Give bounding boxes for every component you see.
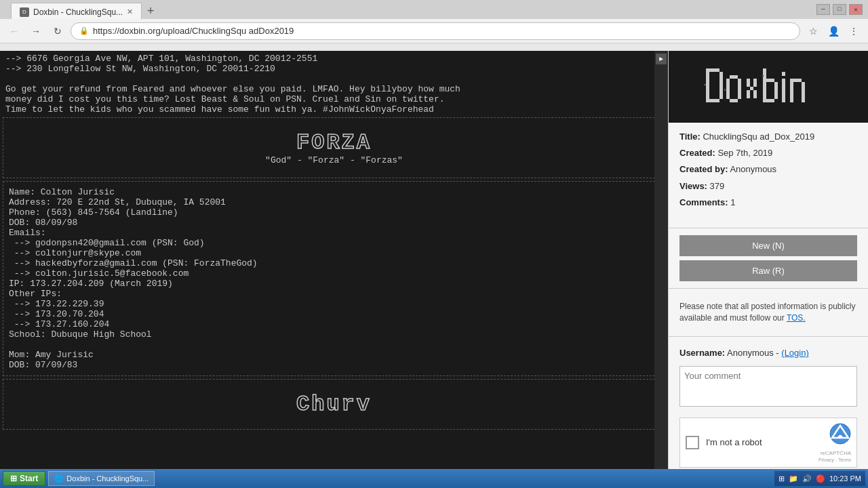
svg-rect-2 [709,68,719,72]
mom-block: Mom: Amy Jurisic DOB: 07/09/83 [9,350,659,370]
tab-bar: D Doxbin - ChucklingSqu... ✕ + [5,0,814,20]
taskbar-browser-icon: 🌐 [54,474,64,483]
refresh-btn[interactable]: ↻ [49,22,66,40]
scroll-arrow-right[interactable]: ► [656,54,667,64]
svg-rect-22 [802,82,805,102]
views-row: Views: 379 [679,180,857,192]
taskbar-browser-item[interactable]: 🌐 Doxbin - ChucklingSqu... [48,471,155,486]
svg-rect-17 [774,82,778,99]
svg-rect-3 [709,99,719,102]
comments-value: 1 [730,197,735,207]
forza-ascii-logo: FORZA [296,130,372,155]
address-bar[interactable]: 🔒 https://doxbin.org/upload/ChucklingSqu… [71,22,800,40]
svg-rect-13 [747,90,750,98]
tab-close-btn[interactable]: ✕ [127,7,133,16]
username-value: Anonymous - [727,348,781,358]
created-row: Created: Sep 7th, 2019 [679,147,857,159]
comment-input[interactable] [679,366,857,407]
nav-icons: ☆ 👤 ⋮ [804,22,863,40]
svg-rect-9 [747,79,750,87]
recaptcha-links: Privacy - Terms [818,458,851,462]
tray-icon-2: 📁 [789,474,798,483]
svg-rect-4 [719,72,723,99]
name-block: Name: Colton Jurisic Address: 720 E 22nd… [9,187,659,340]
tos-link[interactable]: TOS. [787,313,806,323]
title-bar: D Doxbin - ChucklingSqu... ✕ + ─ □ ✕ [0,0,868,19]
start-button[interactable]: ⊞ Start [3,471,45,486]
back-btn[interactable]: ← [5,22,23,40]
content-area: --> 6676 Georgia Ave NW, APT 101, Washin… [0,51,668,469]
address-line1: --> 6676 Georgia Ave NW, APT 101, Washin… [5,54,663,64]
comments-row: Comments: 1 [679,197,857,209]
taskbar: ⊞ Start 🌐 Doxbin - ChucklingSqu... ⊞ 📁 🔊… [0,469,868,488]
taskbar-browser-label: Doxbin - ChucklingSqu... [66,474,149,483]
address-line2: --> 230 Longfellow St NW, Washington, DC… [5,64,663,74]
svg-rect-11 [753,90,757,98]
profile-btn[interactable]: 👤 [825,22,842,40]
sidebar-note: Please note that all posted information … [669,296,868,329]
main-content: --> 6676 Georgia Ave NW, APT 101, Washin… [0,51,868,469]
svg-rect-12 [753,79,757,87]
menu-btn[interactable]: ⋮ [845,22,863,40]
raw-btn[interactable]: Raw (R) [679,260,857,281]
svg-rect-8 [730,99,738,102]
note-text: Please note that all posted information … [679,302,855,323]
created-by-value: Anonymous [730,164,776,174]
recaptcha-brand-text: reCAPTCHA [821,450,851,456]
username-label: Username: [679,348,725,358]
created-by-label: Created by: [679,164,728,174]
maximize-btn[interactable]: □ [833,4,846,15]
views-label: Views: [679,181,707,191]
bookmark-btn[interactable]: ☆ [804,22,822,40]
recaptcha-logo [829,423,851,449]
forza-logo-block: FORZA "God" - "Forza" - "Forzas" [9,123,659,172]
captcha-checkbox[interactable] [686,436,699,449]
tab-title: Doxbin - ChucklingSqu... [33,7,123,17]
divider-2 [669,288,868,289]
new-btn[interactable]: New (N) [679,235,857,256]
divider-3 [669,336,868,337]
svg-rect-19 [782,72,785,76]
tray-icon-3: 🔊 [802,474,812,483]
active-tab[interactable]: D Doxbin - ChucklingSqu... ✕ [11,3,142,20]
tray-icon-1: ⊞ [778,474,785,483]
taskbar-time: 10:23 PM [829,474,861,483]
svg-rect-18 [782,79,785,102]
churv-ascii-logo: Churv [296,392,372,417]
churv-logo-block: Churv [9,385,659,424]
svg-rect-15 [766,79,774,82]
doxbin-logo-area [669,51,868,123]
new-tab-btn[interactable]: + [142,3,159,20]
doxbin-logo-svg [701,62,836,109]
sidebar-info: Title: ChucklingSqu ad_Dox_2019 Created:… [669,123,868,221]
window-controls: ─ □ ✕ [816,4,863,15]
top-paragraph: Go get your refund from Feared and whoev… [5,84,663,115]
top-text-section: --> 6676 Georgia Ave NW, APT 101, Washin… [0,51,668,117]
captcha-area: I'm not a robot reCAPTCHA Privacy - Term… [679,418,857,468]
svg-rect-10 [750,87,753,90]
tab-favicon: D [20,7,29,17]
svg-rect-23 [704,84,706,85]
svg-rect-16 [766,99,774,102]
captcha-label: I'm not a robot [706,437,812,447]
minimize-btn[interactable]: ─ [816,4,830,15]
forza-section: FORZA "God" - "Forza" - "Forzas" [3,117,665,178]
close-btn[interactable]: ✕ [849,4,863,15]
forward-btn[interactable]: → [27,22,45,40]
login-link[interactable]: (Login) [781,348,808,358]
username-row: Username: Anonymous - (Login) [669,344,868,362]
svg-rect-21 [793,79,802,82]
url-display: https://doxbin.org/upload/ChucklingSqu a… [93,26,294,36]
browser-chrome: D Doxbin - ChucklingSqu... ✕ + ─ □ ✕ ← →… [0,0,868,51]
title-value: ChucklingSqu ad_Dox_2019 [703,131,814,142]
address-lock-icon: 🔒 [79,26,89,35]
svg-rect-7 [730,75,738,79]
nav-bar: ← → ↻ 🔒 https://doxbin.org/upload/Chuckl… [0,19,868,43]
svg-rect-1 [706,68,709,102]
title-row: Title: ChucklingSqu ad_Dox_2019 [679,131,857,143]
scroll-indicator[interactable]: ► [654,51,668,469]
svg-rect-24 [724,89,726,91]
svg-rect-14 [763,68,766,102]
comments-label: Comments: [679,197,728,207]
title-label: Title: [679,131,701,142]
